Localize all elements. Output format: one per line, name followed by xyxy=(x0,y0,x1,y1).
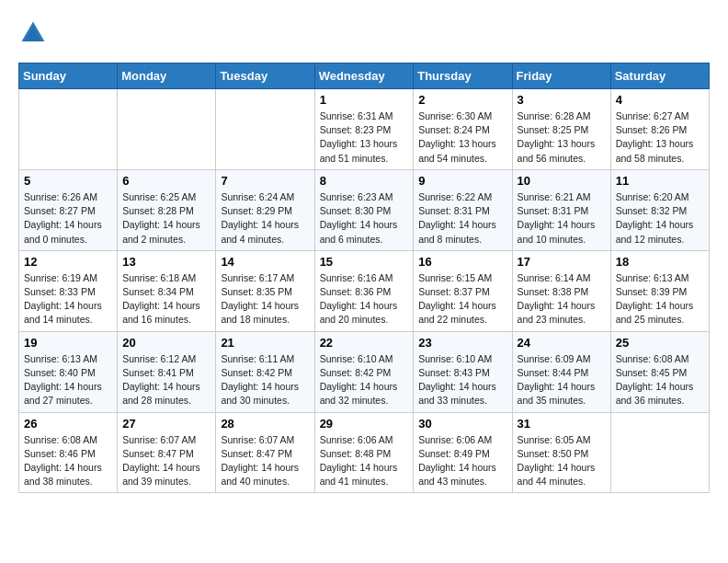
day-info: Sunrise: 6:20 AM Sunset: 8:32 PM Dayligh… xyxy=(616,190,704,247)
day-number: 14 xyxy=(221,255,309,269)
weekday-header: Sunday xyxy=(19,63,118,89)
day-info: Sunrise: 6:17 AM Sunset: 8:35 PM Dayligh… xyxy=(221,271,309,327)
day-info: Sunrise: 6:10 AM Sunset: 8:43 PM Dayligh… xyxy=(418,352,506,408)
day-info: Sunrise: 6:05 AM Sunset: 8:50 PM Dayligh… xyxy=(518,433,606,489)
day-info: Sunrise: 6:25 AM Sunset: 8:28 PM Dayligh… xyxy=(122,190,210,247)
day-number: 30 xyxy=(418,417,506,431)
day-number: 19 xyxy=(24,336,112,350)
day-info: Sunrise: 6:09 AM Sunset: 8:44 PM Dayligh… xyxy=(518,352,606,408)
day-info: Sunrise: 6:24 AM Sunset: 8:29 PM Dayligh… xyxy=(221,190,309,247)
day-number: 12 xyxy=(24,255,112,269)
calendar-day-cell: 4Sunrise: 6:27 AM Sunset: 8:26 PM Daylig… xyxy=(610,89,709,170)
calendar-header-row: SundayMondayTuesdayWednesdayThursdayFrid… xyxy=(19,63,710,89)
weekday-header: Wednesday xyxy=(314,63,414,89)
day-info: Sunrise: 6:26 AM Sunset: 8:27 PM Dayligh… xyxy=(24,190,112,247)
calendar-day-cell: 28Sunrise: 6:07 AM Sunset: 8:47 PM Dayli… xyxy=(216,412,314,493)
calendar-day-cell: 25Sunrise: 6:08 AM Sunset: 8:45 PM Dayli… xyxy=(610,331,709,412)
calendar-day-cell: 2Sunrise: 6:30 AM Sunset: 8:24 PM Daylig… xyxy=(414,89,512,170)
calendar-day-cell: 13Sunrise: 6:18 AM Sunset: 8:34 PM Dayli… xyxy=(118,250,216,331)
calendar-day-cell xyxy=(216,89,314,170)
day-info: Sunrise: 6:23 AM Sunset: 8:30 PM Dayligh… xyxy=(320,190,409,247)
day-info: Sunrise: 6:13 AM Sunset: 8:40 PM Dayligh… xyxy=(24,352,112,408)
day-number: 22 xyxy=(320,336,409,350)
day-number: 17 xyxy=(518,255,606,269)
day-number: 16 xyxy=(418,255,506,269)
day-number: 4 xyxy=(616,93,704,107)
day-number: 13 xyxy=(122,255,210,269)
calendar-day-cell: 15Sunrise: 6:16 AM Sunset: 8:36 PM Dayli… xyxy=(314,250,414,331)
weekday-header: Thursday xyxy=(414,63,512,89)
day-number: 21 xyxy=(221,336,309,350)
day-number: 9 xyxy=(418,174,506,188)
calendar-day-cell: 21Sunrise: 6:11 AM Sunset: 8:42 PM Dayli… xyxy=(216,331,314,412)
day-number: 26 xyxy=(24,417,112,431)
day-info: Sunrise: 6:18 AM Sunset: 8:34 PM Dayligh… xyxy=(122,271,210,327)
day-info: Sunrise: 6:12 AM Sunset: 8:41 PM Dayligh… xyxy=(122,352,210,408)
day-info: Sunrise: 6:21 AM Sunset: 8:31 PM Dayligh… xyxy=(518,190,606,247)
day-info: Sunrise: 6:10 AM Sunset: 8:42 PM Dayligh… xyxy=(320,352,409,408)
day-number: 27 xyxy=(122,417,210,431)
day-number: 6 xyxy=(122,174,210,188)
calendar-day-cell: 24Sunrise: 6:09 AM Sunset: 8:44 PM Dayli… xyxy=(512,331,610,412)
day-number: 15 xyxy=(320,255,409,269)
calendar-day-cell: 17Sunrise: 6:14 AM Sunset: 8:38 PM Dayli… xyxy=(512,250,610,331)
day-number: 24 xyxy=(518,336,606,350)
day-info: Sunrise: 6:11 AM Sunset: 8:42 PM Dayligh… xyxy=(221,352,309,408)
day-info: Sunrise: 6:30 AM Sunset: 8:24 PM Dayligh… xyxy=(418,109,506,166)
weekday-header: Saturday xyxy=(610,63,709,89)
day-number: 3 xyxy=(518,93,606,107)
calendar-day-cell xyxy=(610,412,709,493)
day-info: Sunrise: 6:15 AM Sunset: 8:37 PM Dayligh… xyxy=(418,271,506,327)
day-info: Sunrise: 6:08 AM Sunset: 8:46 PM Dayligh… xyxy=(24,433,112,489)
calendar-day-cell: 30Sunrise: 6:06 AM Sunset: 8:49 PM Dayli… xyxy=(414,412,512,493)
calendar-day-cell: 16Sunrise: 6:15 AM Sunset: 8:37 PM Dayli… xyxy=(414,250,512,331)
calendar-day-cell: 19Sunrise: 6:13 AM Sunset: 8:40 PM Dayli… xyxy=(19,331,118,412)
day-info: Sunrise: 6:06 AM Sunset: 8:49 PM Dayligh… xyxy=(418,433,506,489)
calendar-week-row: 1Sunrise: 6:31 AM Sunset: 8:23 PM Daylig… xyxy=(19,89,710,170)
calendar-week-row: 26Sunrise: 6:08 AM Sunset: 8:46 PM Dayli… xyxy=(19,412,710,493)
weekday-header: Tuesday xyxy=(216,63,314,89)
calendar-day-cell: 3Sunrise: 6:28 AM Sunset: 8:25 PM Daylig… xyxy=(512,89,610,170)
logo-icon xyxy=(18,18,48,48)
day-number: 1 xyxy=(320,93,409,107)
weekday-header: Friday xyxy=(512,63,610,89)
calendar-day-cell: 22Sunrise: 6:10 AM Sunset: 8:42 PM Dayli… xyxy=(314,331,414,412)
calendar-day-cell: 8Sunrise: 6:23 AM Sunset: 8:30 PM Daylig… xyxy=(314,169,414,250)
calendar-day-cell: 9Sunrise: 6:22 AM Sunset: 8:31 PM Daylig… xyxy=(414,169,512,250)
day-info: Sunrise: 6:07 AM Sunset: 8:47 PM Dayligh… xyxy=(221,433,309,489)
day-info: Sunrise: 6:28 AM Sunset: 8:25 PM Dayligh… xyxy=(518,109,606,166)
day-number: 2 xyxy=(418,93,506,107)
day-info: Sunrise: 6:22 AM Sunset: 8:31 PM Dayligh… xyxy=(418,190,506,247)
calendar-day-cell: 7Sunrise: 6:24 AM Sunset: 8:29 PM Daylig… xyxy=(216,169,314,250)
calendar-day-cell: 23Sunrise: 6:10 AM Sunset: 8:43 PM Dayli… xyxy=(414,331,512,412)
day-info: Sunrise: 6:06 AM Sunset: 8:48 PM Dayligh… xyxy=(320,433,409,489)
day-info: Sunrise: 6:19 AM Sunset: 8:33 PM Dayligh… xyxy=(24,271,112,327)
calendar-day-cell: 1Sunrise: 6:31 AM Sunset: 8:23 PM Daylig… xyxy=(314,89,414,170)
day-number: 5 xyxy=(24,174,112,188)
calendar-day-cell: 27Sunrise: 6:07 AM Sunset: 8:47 PM Dayli… xyxy=(118,412,216,493)
calendar-day-cell: 10Sunrise: 6:21 AM Sunset: 8:31 PM Dayli… xyxy=(512,169,610,250)
calendar-day-cell xyxy=(118,89,216,170)
day-info: Sunrise: 6:08 AM Sunset: 8:45 PM Dayligh… xyxy=(616,352,704,408)
day-number: 8 xyxy=(320,174,409,188)
day-number: 10 xyxy=(518,174,606,188)
calendar-day-cell: 29Sunrise: 6:06 AM Sunset: 8:48 PM Dayli… xyxy=(314,412,414,493)
calendar-week-row: 5Sunrise: 6:26 AM Sunset: 8:27 PM Daylig… xyxy=(19,169,710,250)
calendar-day-cell: 12Sunrise: 6:19 AM Sunset: 8:33 PM Dayli… xyxy=(19,250,118,331)
day-number: 25 xyxy=(616,336,704,350)
calendar-day-cell: 31Sunrise: 6:05 AM Sunset: 8:50 PM Dayli… xyxy=(512,412,610,493)
calendar-day-cell: 18Sunrise: 6:13 AM Sunset: 8:39 PM Dayli… xyxy=(610,250,709,331)
day-info: Sunrise: 6:27 AM Sunset: 8:26 PM Dayligh… xyxy=(616,109,704,166)
logo xyxy=(18,18,53,48)
weekday-header: Monday xyxy=(118,63,216,89)
day-info: Sunrise: 6:14 AM Sunset: 8:38 PM Dayligh… xyxy=(518,271,606,327)
page-header xyxy=(18,18,710,48)
day-number: 28 xyxy=(221,417,309,431)
day-info: Sunrise: 6:16 AM Sunset: 8:36 PM Dayligh… xyxy=(320,271,409,327)
calendar-day-cell: 6Sunrise: 6:25 AM Sunset: 8:28 PM Daylig… xyxy=(118,169,216,250)
day-number: 23 xyxy=(418,336,506,350)
calendar-week-row: 19Sunrise: 6:13 AM Sunset: 8:40 PM Dayli… xyxy=(19,331,710,412)
day-info: Sunrise: 6:07 AM Sunset: 8:47 PM Dayligh… xyxy=(122,433,210,489)
calendar-table: SundayMondayTuesdayWednesdayThursdayFrid… xyxy=(18,63,710,493)
day-number: 7 xyxy=(221,174,309,188)
